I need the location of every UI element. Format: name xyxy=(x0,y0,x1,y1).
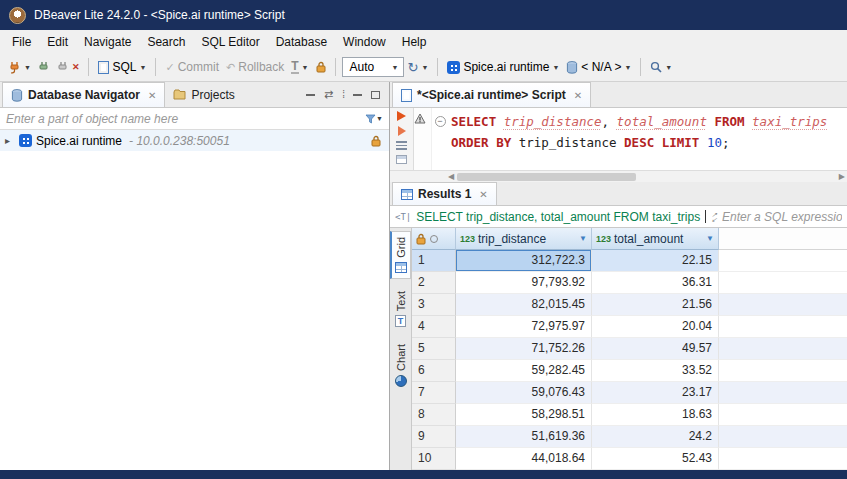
cell-trip-distance[interactable]: 51,619.36 xyxy=(456,426,592,448)
sql-editor: − SELECT trip_distance, total_amount FRO… xyxy=(390,108,847,170)
folder-icon xyxy=(173,89,186,100)
close-icon[interactable]: ✕ xyxy=(574,90,582,101)
close-icon[interactable]: ✕ xyxy=(148,90,156,101)
filter-settings-button[interactable]: ▼ xyxy=(365,114,383,124)
commit-button[interactable]: ✓ Commit xyxy=(162,58,222,76)
row-number-cell[interactable]: 5 xyxy=(412,338,456,360)
column-header-trip-distance[interactable]: 123 trip_distance ▼ xyxy=(456,228,592,250)
sql-code-area[interactable]: SELECT trip_distance, total_amount FROM … xyxy=(448,108,847,170)
row-number-cell[interactable]: 2 xyxy=(412,272,456,294)
tab-projects[interactable]: Projects xyxy=(165,82,242,107)
disconnect-button[interactable]: ✕ xyxy=(54,59,83,75)
cell-total-amount[interactable]: 20.04 xyxy=(592,316,719,338)
menu-search[interactable]: Search xyxy=(139,32,193,52)
cell-trip-distance[interactable]: 97,793.92 xyxy=(456,272,592,294)
execute-statement-icon[interactable] xyxy=(397,111,406,121)
tab-chart[interactable]: Chart xyxy=(390,339,411,392)
transaction-lock-button[interactable] xyxy=(313,59,329,75)
row-number-cell[interactable]: 7 xyxy=(412,382,456,404)
chevron-right-icon[interactable]: ▸ xyxy=(5,135,15,146)
execute-new-tab-icon[interactable] xyxy=(398,126,406,136)
row-number-cell[interactable]: 3 xyxy=(412,294,456,316)
sort-desc-icon[interactable]: ▼ xyxy=(579,234,587,243)
menu-file[interactable]: File xyxy=(4,32,39,52)
row-number-cell[interactable]: 8 xyxy=(412,404,456,426)
menu-window[interactable]: Window xyxy=(335,32,394,52)
refresh-button[interactable]: ↻ ▼ xyxy=(405,59,432,76)
menu-navigate[interactable]: Navigate xyxy=(76,32,139,52)
tab-results-1[interactable]: Results 1 ✕ xyxy=(392,182,497,205)
cell-trip-distance[interactable]: 82,015.45 xyxy=(456,294,592,316)
funnel-icon xyxy=(365,114,376,124)
cell-trip-distance[interactable]: 59,076.43 xyxy=(456,382,592,404)
scrollbar-thumb[interactable] xyxy=(457,173,636,181)
column-header-total-amount[interactable]: 123 total_amount ▼ xyxy=(592,228,719,250)
grid-corner-cell[interactable] xyxy=(412,228,456,250)
active-connection-selector[interactable]: Spice.ai runtime ▼ xyxy=(444,58,562,76)
sql-script-icon xyxy=(98,61,109,74)
cell-total-amount[interactable]: 23.17 xyxy=(592,382,719,404)
row-number-cell[interactable]: 6 xyxy=(412,360,456,382)
menu-sql-editor[interactable]: SQL Editor xyxy=(193,32,267,52)
sort-desc-icon[interactable]: ▼ xyxy=(706,234,714,243)
custom-filter-icon[interactable]: <T| xyxy=(395,212,411,222)
commit-mode-combo[interactable]: Auto ▼ xyxy=(342,57,404,77)
menu-help[interactable]: Help xyxy=(394,32,435,52)
link-editor-icon[interactable]: ⇄ xyxy=(324,88,333,101)
object-name-filter[interactable]: Enter a part of object name here ▼ xyxy=(0,108,389,130)
cell-total-amount[interactable]: 36.31 xyxy=(592,272,719,294)
view-menu-icon[interactable]: ⁞ xyxy=(342,89,344,100)
cell-trip-distance[interactable]: 312,722.3 xyxy=(456,250,592,272)
chevron-down-icon: ▼ xyxy=(376,115,383,122)
connect-button[interactable] xyxy=(35,59,53,75)
title-bar[interactable]: DBeaver Lite 24.2.0 - <Spice.ai runtime>… xyxy=(0,0,847,30)
collapse-all-icon[interactable] xyxy=(306,94,315,96)
active-schema-selector[interactable]: < N/A > ▼ xyxy=(563,58,634,76)
toolbar-separator xyxy=(437,58,438,76)
close-icon[interactable]: ✕ xyxy=(479,189,487,200)
menu-edit[interactable]: Edit xyxy=(39,32,76,52)
execute-script-icon[interactable] xyxy=(396,141,407,150)
export-data-icon[interactable] xyxy=(396,155,407,164)
transaction-mode-button[interactable]: T ▼ xyxy=(288,59,311,76)
filter-placeholder: Enter a part of object name here xyxy=(6,112,178,126)
minimize-icon[interactable] xyxy=(353,94,362,96)
sql-code-line[interactable]: SELECT trip_distance, total_amount FROM … xyxy=(451,111,843,132)
cell-total-amount[interactable]: 52.43 xyxy=(592,448,719,470)
cell-trip-distance[interactable]: 44,018.64 xyxy=(456,448,592,470)
cell-total-amount[interactable]: 24.2 xyxy=(592,426,719,448)
new-sql-editor-button[interactable]: SQL ▼ xyxy=(95,58,149,76)
row-number-cell[interactable]: 1 xyxy=(412,250,456,272)
scroll-right-icon[interactable]: ▶ xyxy=(839,173,845,181)
menu-database[interactable]: Database xyxy=(268,32,335,52)
sql-code-line[interactable]: ORDER BY trip_distance DESC LIMIT 10; xyxy=(451,132,843,153)
editor-hscrollbar[interactable]: ◀ ▶ xyxy=(390,170,847,182)
row-number-cell[interactable]: 10 xyxy=(412,448,456,470)
scroll-left-icon[interactable]: ◀ xyxy=(448,173,454,181)
new-connection-button[interactable]: ▼ xyxy=(5,59,34,76)
cell-trip-distance[interactable]: 71,752.26 xyxy=(456,338,592,360)
cell-total-amount[interactable]: 22.15 xyxy=(592,250,719,272)
collapse-block-icon[interactable]: − xyxy=(435,116,446,127)
tab-database-navigator[interactable]: Database Navigator ✕ xyxy=(2,82,165,107)
results-filter-bar[interactable]: <T| SELECT trip_distance, total_amount F… xyxy=(390,206,847,228)
cell-trip-distance[interactable]: 59,282.45 xyxy=(456,360,592,382)
tab-sql-script[interactable]: *<Spice.ai runtime> Script ✕ xyxy=(392,82,591,107)
tab-grid[interactable]: Grid xyxy=(390,231,411,279)
cell-trip-distance[interactable]: 72,975.97 xyxy=(456,316,592,338)
search-button[interactable]: ▼ xyxy=(647,59,675,75)
window-title: DBeaver Lite 24.2.0 - <Spice.ai runtime>… xyxy=(34,8,285,22)
cell-total-amount[interactable]: 21.56 xyxy=(592,294,719,316)
cell-total-amount[interactable]: 49.57 xyxy=(592,338,719,360)
cell-trip-distance[interactable]: 58,298.51 xyxy=(456,404,592,426)
rollback-button[interactable]: ↶ Rollback xyxy=(223,58,287,76)
tab-text[interactable]: Text T xyxy=(390,286,411,332)
numeric-type-icon: 123 xyxy=(460,234,475,244)
expand-filter-icon[interactable]: ↗↙ xyxy=(711,212,717,222)
maximize-icon[interactable] xyxy=(371,91,380,99)
row-number-cell[interactable]: 4 xyxy=(412,316,456,338)
row-number-cell[interactable]: 9 xyxy=(412,426,456,448)
cell-total-amount[interactable]: 18.63 xyxy=(592,404,719,426)
tree-item-connection[interactable]: ▸ Spice.ai runtime - 10.0.0.238:50051 xyxy=(0,130,389,151)
cell-total-amount[interactable]: 33.52 xyxy=(592,360,719,382)
